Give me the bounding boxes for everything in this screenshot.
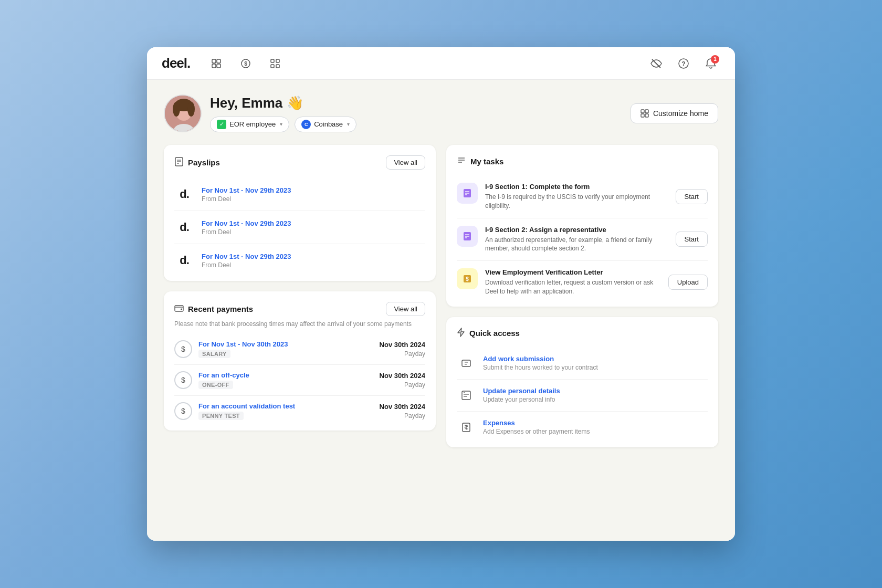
app-logo: deel. xyxy=(162,55,190,71)
payment-name[interactable]: For Nov 1st - Nov 30th 2023 xyxy=(198,340,373,348)
quick-desc: Add Expenses or other payment items xyxy=(483,428,590,435)
notification-badge: 1 xyxy=(711,55,719,64)
svg-rect-20 xyxy=(645,110,648,113)
recent-payments-title: Recent payments xyxy=(174,303,253,315)
quick-access-list: Add work submission Submit the hours wor… xyxy=(457,348,708,437)
payment-name[interactable]: For an off-cycle xyxy=(198,371,373,379)
quick-access-item[interactable]: Expenses Add Expenses or other payment i… xyxy=(457,412,708,437)
deel-logo-small: d. xyxy=(174,217,194,237)
payment-name[interactable]: For an account validation test xyxy=(198,402,373,410)
svg-rect-7 xyxy=(276,59,279,62)
profile-header: Hey, Emma 👋 ✓ EOR employee ▾ C Coinbase … xyxy=(164,94,718,132)
payslips-header: Payslips View all xyxy=(174,155,425,170)
eor-badge-icon: ✓ xyxy=(217,120,226,129)
svg-rect-1 xyxy=(217,59,220,63)
customize-home-button[interactable]: Customize home xyxy=(631,103,718,123)
quick-desc: Submit the hours worked to your contract xyxy=(483,364,598,371)
deel-logo-small: d. xyxy=(174,250,194,270)
quick-access-card: Quick access xyxy=(446,317,718,447)
payment-payday: Payday xyxy=(380,350,425,358)
payment-date: Nov 30th 2024 xyxy=(380,403,425,411)
payslip-date[interactable]: For Nov 1st - Nov 29th 2023 xyxy=(202,219,291,227)
dollar-nav-icon[interactable]: $ xyxy=(236,54,255,73)
quick-desc: Update your personal info xyxy=(483,396,560,403)
quick-title[interactable]: Add work submission xyxy=(483,355,598,363)
task-item: I-9 Section 1: Complete the form The I-9… xyxy=(457,175,708,218)
payslip-date[interactable]: For Nov 1st - Nov 29th 2023 xyxy=(202,253,291,260)
payslips-view-all-button[interactable]: View all xyxy=(386,155,425,170)
tasks-icon xyxy=(457,155,466,167)
svg-rect-2 xyxy=(212,64,216,68)
payment-item: $ For an account validation test PENNY T… xyxy=(174,396,425,420)
payments-list: $ For Nov 1st - Nov 30th 2023 SALARY Nov… xyxy=(174,334,425,420)
apps-nav-icon[interactable] xyxy=(266,54,285,73)
task-item: I-9 Section 2: Assign a representative A… xyxy=(457,218,708,261)
task-start-button[interactable]: Start xyxy=(676,189,708,204)
my-tasks-title: My tasks xyxy=(457,155,503,167)
my-tasks-card: My tasks xyxy=(446,145,718,307)
payment-type: PENNY TEST xyxy=(198,412,244,420)
task-desc: The I-9 is required by the USCIS to veri… xyxy=(485,193,668,211)
bell-icon[interactable]: 1 xyxy=(701,54,720,73)
payment-type: ONE-OFF xyxy=(198,381,233,389)
dollar-icon: $ xyxy=(174,402,192,420)
my-tasks-header: My tasks xyxy=(457,155,708,167)
svg-point-17 xyxy=(173,102,180,117)
payslips-title: Payslips xyxy=(174,157,220,169)
help-icon[interactable]: ? xyxy=(674,54,693,73)
task-upload-button[interactable]: Upload xyxy=(668,275,708,290)
payment-item: $ For an off-cycle ONE-OFF Nov 30th 2024… xyxy=(174,365,425,396)
svg-rect-3 xyxy=(217,64,220,68)
svg-point-28 xyxy=(181,308,182,310)
payments-view-all-button[interactable]: View all xyxy=(386,302,425,316)
greeting-text: Hey, Emma 👋 xyxy=(210,95,622,111)
task-icon xyxy=(457,226,478,247)
payment-item: $ For Nov 1st - Nov 30th 2023 SALARY Nov… xyxy=(174,334,425,365)
task-item: $ View Employment Verification Letter Do… xyxy=(457,261,708,296)
task-icon: $ xyxy=(457,268,478,289)
avatar xyxy=(164,94,202,132)
payslip-item: d. For Nov 1st - Nov 29th 2023 From Deel xyxy=(174,178,425,211)
right-column: My tasks xyxy=(446,145,718,447)
content-grid: Payslips View all d. For Nov 1st - Nov 2… xyxy=(164,145,718,447)
customize-icon xyxy=(640,109,649,118)
role-badges: ✓ EOR employee ▾ C Coinbase ▾ xyxy=(210,117,622,132)
payslip-item: d. For Nov 1st - Nov 29th 2023 From Deel xyxy=(174,244,425,270)
eor-chevron-icon: ▾ xyxy=(280,121,282,127)
svg-rect-22 xyxy=(645,114,648,117)
svg-rect-27 xyxy=(175,306,183,311)
task-desc: Download verification letter, request a … xyxy=(485,278,661,296)
payslip-from: From Deel xyxy=(202,228,291,236)
deel-logo-small: d. xyxy=(174,184,194,204)
payment-payday: Payday xyxy=(380,412,425,419)
payslip-date[interactable]: For Nov 1st - Nov 29th 2023 xyxy=(202,186,291,194)
payslip-from: From Deel xyxy=(202,261,291,269)
hide-icon[interactable] xyxy=(647,54,666,73)
recent-payments-header: Recent payments View all xyxy=(174,302,425,316)
svg-rect-0 xyxy=(212,59,216,63)
quick-access-item[interactable]: Update personal details Update your pers… xyxy=(457,380,708,412)
svg-rect-19 xyxy=(641,110,644,113)
svg-rect-42 xyxy=(462,360,470,366)
svg-rect-43 xyxy=(462,391,470,400)
payslips-card: Payslips View all d. For Nov 1st - Nov 2… xyxy=(164,145,436,281)
quick-title[interactable]: Update personal details xyxy=(483,387,560,395)
task-start-button[interactable]: Start xyxy=(676,232,708,247)
quick-title[interactable]: Expenses xyxy=(483,419,590,427)
payslip-item: d. For Nov 1st - Nov 29th 2023 From Deel xyxy=(174,211,425,244)
svg-point-16 xyxy=(187,102,195,117)
grid-nav-icon[interactable] xyxy=(207,54,226,73)
task-title: I-9 Section 2: Assign a representative xyxy=(485,226,668,234)
recent-payments-card: Recent payments View all Please note tha… xyxy=(164,291,436,430)
company-chevron-icon: ▾ xyxy=(347,121,350,127)
payslip-from: From Deel xyxy=(202,195,291,203)
quick-access-item[interactable]: Add work submission Submit the hours wor… xyxy=(457,348,708,380)
eor-badge[interactable]: ✓ EOR employee ▾ xyxy=(210,117,289,132)
payment-payday: Payday xyxy=(380,381,425,388)
company-badge[interactable]: C Coinbase ▾ xyxy=(295,117,356,132)
svg-rect-8 xyxy=(271,65,274,68)
task-title: I-9 Section 1: Complete the form xyxy=(485,183,668,191)
svg-text:$: $ xyxy=(244,61,247,67)
expenses-icon xyxy=(457,418,476,437)
personal-details-icon xyxy=(457,386,476,405)
